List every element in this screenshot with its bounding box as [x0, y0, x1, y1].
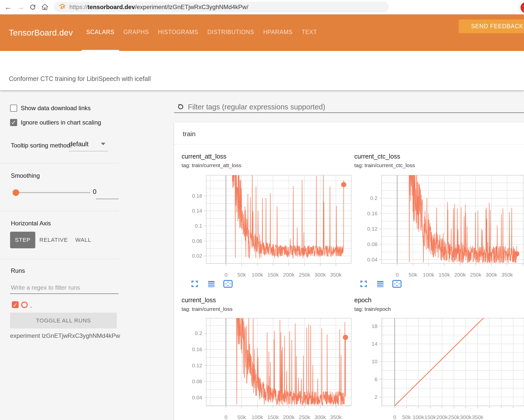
home-icon[interactable] — [40, 2, 50, 12]
x-tick-label: 100k — [423, 272, 434, 278]
checkbox-checked: ✓ — [10, 119, 17, 126]
axis-step-button[interactable]: STEP — [10, 232, 35, 248]
chart-current_ctc_loss[interactable]: 0.040.080.120.160.2050k100k150k200k250k3… — [367, 169, 524, 278]
tab-histograms[interactable]: HISTOGRAMS — [153, 14, 203, 51]
show-download-label: Show data download links — [21, 105, 91, 112]
sidebar-divider — [0, 211, 119, 211]
series-endpoint-dot[interactable] — [343, 335, 348, 340]
chart-current_loss[interactable]: 0.040.080.120.160.2050k100k150k200k250k3… — [192, 312, 351, 420]
series-endpoint-dot[interactable] — [514, 251, 519, 256]
fit-domain-icon[interactable] — [391, 279, 402, 289]
checkbox-checked: ✓ — [12, 301, 19, 308]
x-tick-label: 50k — [402, 414, 411, 420]
smoothing-slider-thumb[interactable] — [13, 189, 19, 196]
smoothing-slider[interactable] — [14, 192, 90, 193]
y-tick-label: 6 — [374, 376, 377, 382]
y-tick-label: 18 — [372, 323, 377, 329]
reload-glyph — [29, 3, 37, 11]
runs-list-icon[interactable] — [206, 279, 217, 289]
ignore-outliers-checkbox[interactable]: ✓ — [10, 119, 17, 126]
check-icon: ✓ — [12, 302, 18, 308]
tooltip-sorting-label: Tooltip sorting method: — [11, 142, 72, 149]
x-tick-label: 150k — [424, 414, 436, 420]
x-tick-label: 50k — [409, 272, 417, 278]
series-line — [227, 312, 345, 405]
x-tick-label: 50k — [237, 272, 246, 278]
y-tick-label: 0.2 — [370, 195, 377, 201]
fullscreen-icon[interactable] — [189, 279, 200, 289]
x-tick-label: 300k — [460, 414, 472, 420]
y-tick-label: 2 — [374, 394, 377, 400]
run-name: . — [30, 302, 32, 309]
check-icon: ✓ — [11, 119, 17, 126]
y-tick-label: 0.04 — [192, 395, 202, 400]
tab-text[interactable]: TEXT — [297, 14, 322, 51]
toggle-all-runs-button[interactable]: TOGGLE ALL RUNS — [10, 313, 117, 328]
show-download-checkbox[interactable] — [10, 105, 17, 112]
home-glyph — [41, 3, 49, 11]
x-tick-label: 150k — [439, 272, 450, 278]
x-tick-label: 100k — [252, 414, 263, 420]
sidebar-divider — [0, 259, 119, 259]
send-feedback-button[interactable]: SEND FEEDBACK — [459, 19, 524, 33]
smoothing-value-input[interactable]: 0 — [93, 188, 96, 196]
runs-list-icon[interactable] — [375, 279, 386, 289]
series-line — [398, 169, 517, 263]
axis-wall-button[interactable]: WALL — [73, 232, 93, 248]
fit-domain-icon[interactable] — [222, 279, 234, 289]
y-tick-label: 0.18 — [192, 193, 202, 199]
chart-toolbar-current-ctc-loss — [358, 279, 402, 289]
tag-group-title[interactable]: train — [183, 130, 196, 138]
x-tick-label: 250k — [299, 414, 310, 420]
x-tick-label: 0 — [396, 272, 399, 278]
runs-filter-input[interactable]: Write a regex to filter runs — [11, 284, 80, 291]
run-checkbox[interactable]: ✓ — [12, 301, 19, 308]
x-tick-label: 300k — [314, 414, 326, 420]
x-tick-label: 350k — [501, 272, 513, 278]
y-tick-label: 0.12 — [192, 363, 202, 368]
experiment-id: experiment lzGnETjwRxC3yghNMd4kPw — [10, 332, 120, 339]
back-icon[interactable]: ← — [3, 2, 13, 12]
tab-distributions[interactable]: DISTRIBUTIONS — [203, 14, 259, 51]
x-tick-label: 150k — [267, 272, 279, 278]
x-tick-label: 250k — [299, 272, 310, 278]
chart-epoch[interactable]: 26101418050k100k150k200k250k300k350k — [372, 317, 524, 420]
smoothing-value-underline — [96, 199, 119, 199]
chart-current_att_loss[interactable]: 0.020.060.10.140.18050k100k150k200k250k3… — [192, 170, 351, 278]
forward-icon[interactable]: → — [16, 2, 26, 12]
x-tick-label: 350k — [330, 414, 342, 420]
y-tick-label: 0.14 — [192, 208, 202, 214]
address-bar[interactable]: https://tensorboard.dev/experiment/lzGnE… — [54, 2, 389, 12]
x-tick-label: 200k — [454, 272, 466, 278]
tab-hparams[interactable]: HPARAMS — [259, 14, 297, 51]
url-text: https://tensorboard.dev/experiment/lzGnE… — [69, 4, 248, 11]
experiment-subtitle-bar — [0, 51, 524, 90]
chevron-down-icon[interactable] — [101, 143, 105, 145]
sidebar-divider — [0, 163, 119, 163]
tab-bar: SCALARS GRAPHS HISTOGRAMS DISTRIBUTIONS … — [82, 14, 322, 51]
chart-toolbar-current-att-loss — [189, 279, 234, 289]
x-tick-label: 250k — [470, 272, 482, 278]
run-color-swatch — [21, 302, 28, 308]
filter-tags-input[interactable]: Filter tags (regular expressions support… — [188, 103, 325, 111]
tab-scalars[interactable]: SCALARS — [82, 14, 119, 51]
fullscreen-icon[interactable] — [358, 279, 369, 289]
tooltip-sorting-underline — [69, 151, 108, 151]
tooltip-sorting-select[interactable]: default — [69, 140, 89, 148]
x-tick-label: 300k — [314, 272, 326, 278]
x-tick-label: 0 — [224, 414, 227, 420]
y-tick-label: 0.08 — [192, 378, 202, 384]
x-tick-label: 250k — [448, 414, 460, 420]
card-divider — [174, 144, 524, 144]
app-logo[interactable]: TensorBoard.dev — [9, 14, 73, 51]
y-tick-label: 0.02 — [192, 253, 202, 259]
x-tick-label: 100k — [252, 272, 263, 278]
axis-relative-button[interactable]: RELATIVE — [39, 232, 68, 248]
x-tick-label: 350k — [472, 414, 483, 420]
browser-toolbar: ← → https://tensorboard.dev/experiment/l… — [0, 0, 524, 15]
filter-tags-underline — [174, 112, 524, 113]
series-endpoint-dot[interactable] — [341, 182, 346, 187]
tab-graphs[interactable]: GRAPHS — [119, 14, 154, 51]
x-tick-label: 200k — [436, 414, 448, 420]
reload-icon[interactable] — [28, 2, 38, 12]
